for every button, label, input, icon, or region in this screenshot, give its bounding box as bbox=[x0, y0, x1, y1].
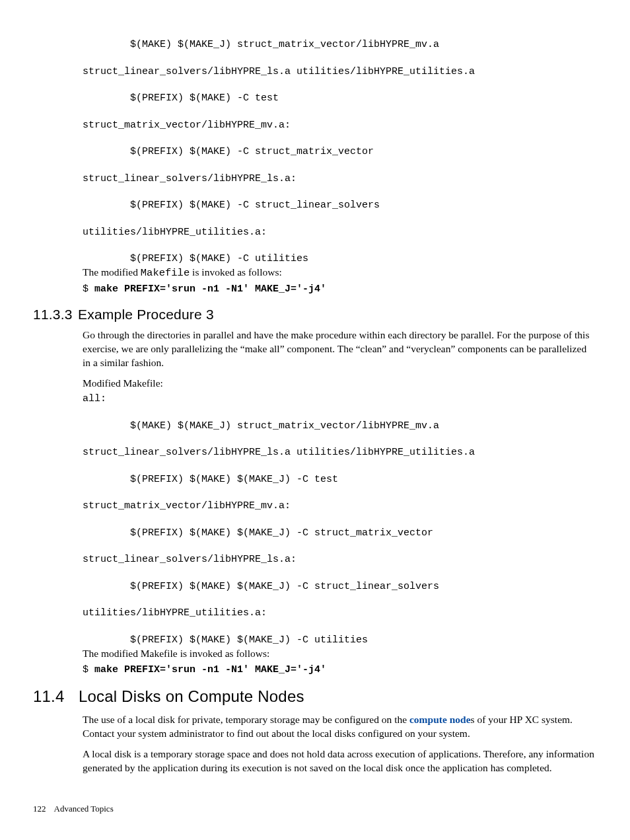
paragraph: The modified Makefile is invoked as foll… bbox=[83, 647, 597, 661]
code-line: utilities/libHYPRE_utilities.a: bbox=[83, 227, 267, 238]
code-line: utilities/libHYPRE_utilities.a: bbox=[83, 607, 267, 619]
code-line: all: bbox=[83, 393, 106, 404]
text: The use of a local disk for private, tem… bbox=[83, 714, 409, 725]
section-number: 11.3.3 bbox=[33, 305, 74, 324]
page-footer: 122Advanced Topics bbox=[33, 803, 114, 815]
command: make PREFIX='srun -n1 -N1' MAKE_J='-j4' bbox=[94, 284, 326, 295]
code-line: $(PREFIX) $(MAKE) $(MAKE_J) -C test bbox=[83, 474, 338, 485]
subsection-heading: 11.3.3 Example Procedure 3 bbox=[33, 305, 597, 324]
code-line: struct_linear_solvers/libHYPRE_ls.a: bbox=[83, 554, 297, 565]
text: is invoked as follows: bbox=[190, 266, 282, 278]
paragraph: Go through the directories in parallel a… bbox=[83, 328, 597, 370]
code-line: $(PREFIX) $(MAKE) -C utilities bbox=[83, 253, 308, 264]
code-block: all: $(MAKE) $(MAKE_J) struct_matrix_vec… bbox=[83, 393, 597, 647]
code-line: struct_linear_solvers/libHYPRE_ls.a: bbox=[83, 173, 297, 184]
paragraph: The modified Makefile is invoked as foll… bbox=[83, 266, 597, 280]
code-line: struct_linear_solvers/libHYPRE_ls.a util… bbox=[83, 66, 475, 77]
prompt: $ bbox=[83, 284, 94, 295]
command-line: $ make PREFIX='srun -n1 -N1' MAKE_J='-j4… bbox=[83, 283, 597, 296]
code-line: struct_linear_solvers/libHYPRE_ls.a util… bbox=[83, 447, 475, 458]
code-line: $(MAKE) $(MAKE_J) struct_matrix_vector/l… bbox=[83, 39, 439, 50]
section-number: 11.4 bbox=[33, 686, 74, 707]
inline-code: Makefile bbox=[141, 267, 190, 279]
paragraph: A local disk is a temporary storage spac… bbox=[83, 747, 597, 775]
code-line: $(PREFIX) $(MAKE) $(MAKE_J) -C utilities bbox=[83, 634, 368, 646]
code-line: $(PREFIX) $(MAKE) $(MAKE_J) -C struct_li… bbox=[83, 581, 439, 592]
section-title: Example Procedure 3 bbox=[78, 307, 214, 322]
compute-node-link[interactable]: compute node bbox=[409, 714, 471, 725]
code-line: $(PREFIX) $(MAKE) -C struct_linear_solve… bbox=[83, 200, 380, 211]
command-line: $ make PREFIX='srun -n1 -N1' MAKE_J='-j4… bbox=[83, 664, 597, 677]
paragraph: Modified Makefile: bbox=[83, 377, 597, 391]
prompt: $ bbox=[83, 664, 94, 675]
paragraph: The use of a local disk for private, tem… bbox=[83, 713, 597, 741]
section-title: Local Disks on Compute Nodes bbox=[79, 687, 304, 705]
text: The modified bbox=[83, 266, 141, 278]
code-line: $(PREFIX) $(MAKE) $(MAKE_J) -C struct_ma… bbox=[83, 527, 433, 539]
code-line: $(MAKE) $(MAKE_J) struct_matrix_vector/l… bbox=[83, 420, 439, 432]
code-block: $(MAKE) $(MAKE_J) struct_matrix_vector/l… bbox=[83, 38, 597, 266]
command: make PREFIX='srun -n1 -N1' MAKE_J='-j4' bbox=[94, 664, 326, 675]
section-heading: 11.4 Local Disks on Compute Nodes bbox=[33, 686, 597, 707]
code-line: struct_matrix_vector/libHYPRE_mv.a: bbox=[83, 120, 291, 131]
code-line: struct_matrix_vector/libHYPRE_mv.a: bbox=[83, 500, 291, 512]
footer-chapter: Advanced Topics bbox=[54, 804, 114, 814]
code-line: $(PREFIX) $(MAKE) -C test bbox=[83, 93, 279, 104]
page-number: 122 bbox=[33, 803, 46, 815]
code-line: $(PREFIX) $(MAKE) -C struct_matrix_vecto… bbox=[83, 146, 374, 157]
